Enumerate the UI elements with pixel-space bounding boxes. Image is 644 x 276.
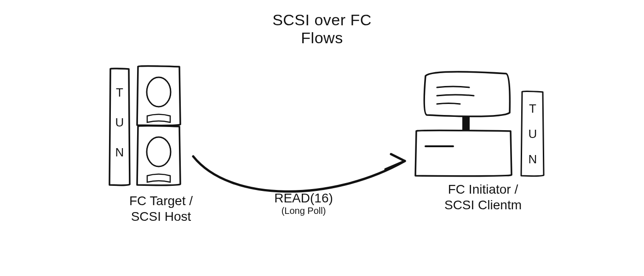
fc-initiator-group: T U N: [415, 72, 544, 176]
fc-target-label-line1: FC Target /: [129, 194, 193, 208]
left-tun-letter-n: N: [115, 145, 124, 159]
computer-base-icon: [415, 131, 512, 176]
fc-initiator-label: FC Initiator / SCSI Clientm: [414, 182, 552, 213]
arrow-label: READ(16) (Long Poll): [244, 191, 363, 216]
fc-target-label-line2: SCSI Host: [101, 209, 221, 224]
right-tun-letter-t: T: [529, 102, 536, 115]
monitor-icon: [424, 72, 510, 130]
flow-arrow: [193, 154, 405, 191]
diagram-svg: T U N: [0, 0, 644, 276]
fc-initiator-label-line1: FC Initiator /: [448, 182, 518, 196]
arrow-label-main: READ(16): [244, 191, 363, 206]
left-tun-letter-u: U: [115, 115, 124, 129]
svg-rect-0: [462, 116, 470, 130]
fc-target-label: FC Target / SCSI Host: [101, 193, 221, 224]
left-tun-block: T U N: [109, 69, 130, 185]
arrow-label-sub: (Long Poll): [244, 206, 363, 216]
disk-drive-bottom: [137, 126, 180, 185]
diagram-stage: SCSI over FC Flows T U N: [0, 0, 644, 276]
right-tun-letter-u: U: [529, 127, 537, 141]
fc-target-group: T U N: [109, 66, 180, 185]
right-tun-block: T U N: [521, 92, 544, 176]
right-tun-letter-n: N: [529, 152, 537, 166]
left-tun-letter-t: T: [116, 86, 123, 99]
disk-drive-top: [137, 66, 180, 126]
fc-initiator-label-line2: SCSI Clientm: [414, 197, 552, 213]
